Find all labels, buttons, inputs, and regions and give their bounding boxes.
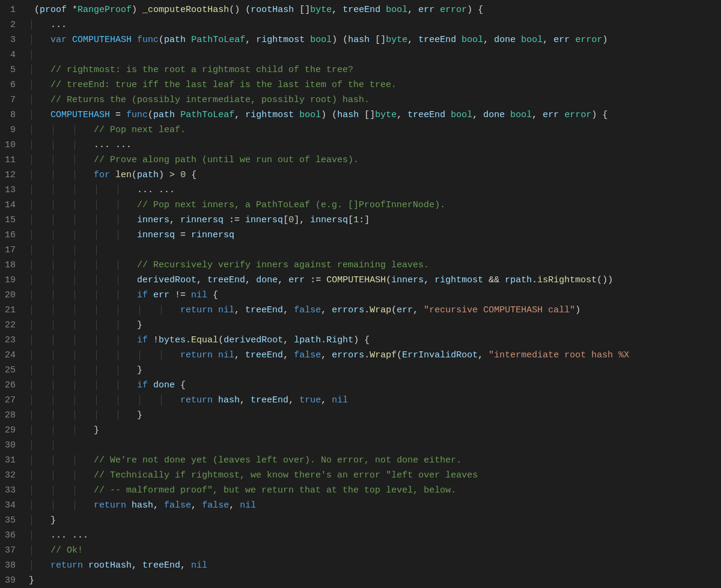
token: , bbox=[397, 110, 407, 120]
token: rightmost bbox=[256, 35, 310, 45]
token: . bbox=[321, 335, 326, 345]
line-number: 13 bbox=[5, 183, 16, 198]
token: treeEnd bbox=[407, 110, 451, 120]
token: byte bbox=[375, 110, 397, 120]
token: │ bbox=[29, 50, 34, 60]
code-line[interactable]: │ // Returns the (possibly intermediate,… bbox=[29, 92, 721, 108]
token: treeEnd bbox=[418, 35, 461, 45]
token: , bbox=[278, 275, 288, 285]
token: │ bbox=[29, 545, 50, 556]
token: , bbox=[478, 350, 488, 360]
token: │ bbox=[29, 95, 50, 105]
token: ) { bbox=[591, 110, 607, 120]
token: nil bbox=[218, 305, 234, 315]
token: hash bbox=[132, 500, 153, 511]
code-line[interactable]: │ ... ... bbox=[29, 528, 721, 543]
line-number: 38 bbox=[5, 558, 16, 573]
code-line[interactable]: │ } bbox=[29, 513, 721, 528]
code-line[interactable]: │ COMPUTEHASH = func(path PathToLeaf, ri… bbox=[29, 108, 721, 123]
line-number: 23 bbox=[5, 333, 16, 348]
code-line[interactable]: │ return rootHash, treeEnd, nil bbox=[29, 558, 721, 573]
code-line[interactable]: │ │ │ │ │ if done { bbox=[29, 378, 721, 393]
code-line[interactable]: │ │ bbox=[29, 438, 721, 453]
code-line[interactable]: │ │ │ // We're not done yet (leaves left… bbox=[29, 453, 721, 468]
line-number: 36 bbox=[5, 528, 16, 543]
code-line[interactable]: │ │ │ │ │ } bbox=[29, 408, 721, 423]
token: treeEnd bbox=[245, 350, 283, 360]
code-line[interactable]: │ // treeEnd: true iff the last leaf is … bbox=[29, 77, 721, 92]
code-line[interactable]: │ │ │ │ │ │ │ return nil, treeEnd, false… bbox=[29, 348, 721, 363]
token: , bbox=[321, 305, 332, 315]
token: │ bbox=[29, 515, 50, 526]
token: │ │ │ │ │ bbox=[29, 200, 137, 210]
token: != bbox=[169, 290, 191, 300]
line-number: 33 bbox=[5, 483, 16, 498]
token: PathToLeaf bbox=[191, 35, 245, 45]
code-line[interactable]: │ │ │ } bbox=[29, 423, 721, 438]
code-line[interactable]: (proof *RangeProof) _computeRootHash() (… bbox=[29, 2, 721, 17]
code-line[interactable]: │ var COMPUTEHASH func(path PathToLeaf, … bbox=[29, 32, 721, 47]
token: COMPUTEHASH bbox=[50, 110, 110, 120]
code-line[interactable]: │ │ │ │ │ innersq = rinnersq bbox=[29, 228, 721, 243]
code-line[interactable]: } bbox=[29, 573, 721, 588]
line-number: 26 bbox=[5, 378, 16, 393]
code-line[interactable]: │ │ │ │ bbox=[29, 243, 721, 258]
token: , bbox=[234, 350, 245, 360]
token: err bbox=[288, 275, 305, 285]
token: rinnersq bbox=[191, 230, 234, 240]
token: ) bbox=[602, 35, 607, 45]
token: [ bbox=[348, 215, 353, 225]
code-line[interactable]: │ │ │ │ │ inners, rinnersq := innersq[0]… bbox=[29, 213, 721, 228]
code-line[interactable]: │ │ │ // Pop next leaf. bbox=[29, 123, 721, 138]
code-line[interactable]: │ │ │ // -- malformed proof", but we ret… bbox=[29, 483, 721, 498]
token: , bbox=[283, 335, 294, 345]
token: COMPUTEHASH bbox=[72, 35, 137, 45]
token: │ │ │ │ │ bbox=[29, 365, 137, 375]
token: * bbox=[72, 5, 78, 15]
line-number: 14 bbox=[5, 198, 16, 213]
code-line[interactable]: │ │ │ │ │ ... ... bbox=[29, 183, 721, 198]
token: │ │ │ bbox=[29, 155, 94, 165]
token: ... ... bbox=[137, 185, 175, 195]
code-line[interactable]: │ │ │ return hash, false, false, nil bbox=[29, 498, 721, 513]
token: "intermediate root hash %X bbox=[488, 350, 634, 360]
code-line[interactable]: │ │ │ │ │ if !bytes.Equal(derivedRoot, l… bbox=[29, 333, 721, 348]
token: return bbox=[180, 395, 218, 405]
line-number: 12 bbox=[5, 168, 16, 183]
token: isRightmost bbox=[537, 275, 597, 285]
token: , bbox=[288, 395, 299, 405]
token: // rightmost: is the root a rightmost ch… bbox=[50, 65, 353, 75]
token: :] bbox=[359, 215, 370, 225]
code-line[interactable]: │ │ │ │ │ derivedRoot, treeEnd, done, er… bbox=[29, 273, 721, 288]
code-area[interactable]: (proof *RangeProof) _computeRootHash() (… bbox=[23, 0, 721, 588]
code-line[interactable]: │ │ │ // Technically if rightmost, we kn… bbox=[29, 468, 721, 483]
code-line[interactable]: │ │ │ │ │ } bbox=[29, 363, 721, 378]
code-line[interactable]: │ │ │ for len(path) > 0 { bbox=[29, 168, 721, 183]
token: , bbox=[532, 110, 543, 120]
code-line[interactable]: │ // rightmost: is the root a rightmost … bbox=[29, 62, 721, 77]
code-line[interactable]: │ │ │ │ │ // Recursively verify inners a… bbox=[29, 258, 721, 273]
token: │ │ │ │ bbox=[29, 245, 99, 255]
code-line[interactable]: │ ... bbox=[29, 17, 721, 32]
token: if bbox=[137, 290, 153, 300]
code-line[interactable]: │ │ │ │ │ │ │ return nil, treeEnd, false… bbox=[29, 303, 721, 318]
token: false bbox=[294, 305, 321, 315]
token: │ │ │ bbox=[29, 470, 94, 480]
code-editor[interactable]: 1234567891011121314151617181920212223242… bbox=[0, 0, 721, 588]
code-line[interactable]: │ │ │ │ │ // Pop next inners, a PathToLe… bbox=[29, 198, 721, 213]
line-number: 2 bbox=[5, 17, 16, 32]
token: // Technically if rightmost, we know the… bbox=[94, 470, 478, 480]
code-line[interactable]: │ │ │ // Prove along path (until we run … bbox=[29, 153, 721, 168]
token: } bbox=[94, 425, 99, 435]
token: , bbox=[132, 560, 142, 571]
code-line[interactable]: │ │ │ │ │ } bbox=[29, 318, 721, 333]
code-line[interactable]: │ // Ok! bbox=[29, 543, 721, 558]
line-number: 22 bbox=[5, 318, 16, 333]
code-line[interactable]: │ bbox=[29, 47, 721, 62]
code-line[interactable]: │ │ │ │ │ if err != nil { bbox=[29, 288, 721, 303]
token: , bbox=[472, 110, 483, 120]
code-line[interactable]: │ │ │ ... ... bbox=[29, 138, 721, 153]
code-line[interactable]: │ │ │ │ │ │ │ return hash, treeEnd, true… bbox=[29, 393, 721, 408]
token: innersq bbox=[245, 215, 283, 225]
token: if bbox=[137, 335, 153, 345]
